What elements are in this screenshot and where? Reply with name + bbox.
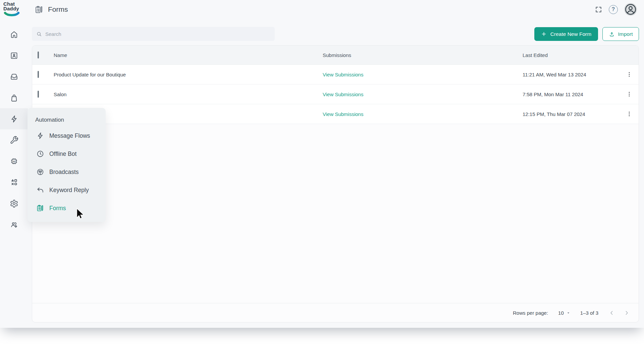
view-submissions-link[interactable]: View Submissions [323, 111, 363, 117]
shop-icon [10, 94, 18, 102]
next-page-icon[interactable] [624, 310, 630, 316]
fullscreen-icon[interactable] [595, 6, 602, 13]
sidebar-item-shop[interactable] [0, 87, 28, 108]
topbar-actions: ? [595, 0, 637, 19]
flyout-item-label: Keyword Reply [49, 187, 89, 194]
sidebar-item-integrations[interactable] [0, 172, 28, 193]
search-bar [32, 27, 275, 41]
create-new-form-button[interactable]: Create New Form [534, 27, 598, 41]
broadcasts-icon [36, 168, 44, 176]
form-name: Salon [54, 92, 66, 97]
flyout-item-message-flows[interactable]: Message Flows [28, 127, 106, 145]
chatdaddy-logo[interactable]: Chat Daddy [3, 2, 24, 17]
search-icon [36, 31, 42, 37]
logo-smile-icon [4, 12, 20, 17]
page-title: Forms [48, 5, 68, 13]
row-actions-kebab-icon[interactable] [626, 111, 633, 117]
import-label: Import [618, 31, 633, 37]
sidebar-item-home[interactable] [0, 24, 28, 45]
table-row[interactable]: View Submissions 12:15 PM, Thu Mar 07 20… [32, 104, 639, 124]
logo-text-line2: Daddy [3, 6, 24, 11]
top-bar: Chat Daddy Forms [0, 0, 644, 19]
page-header: Forms [35, 0, 68, 19]
table-row[interactable]: Salon View Submissions 7:58 PM, Mon Mar … [32, 84, 639, 104]
row-actions-kebab-icon[interactable] [626, 71, 633, 78]
form-name: Product Update for our Boutique [54, 72, 126, 77]
import-button[interactable]: Import [602, 27, 639, 41]
flyout-title: Automation [28, 113, 106, 127]
last-edited-value: 12:15 PM, Thu Mar 07 2024 [523, 111, 585, 117]
column-header-name: Name [54, 52, 67, 58]
column-header-submissions: Submissions [323, 52, 351, 58]
integrations-shapes-icon [10, 178, 18, 187]
pagination-bar: Rows per page: 10 1–3 of 3 [32, 303, 639, 322]
flyout-item-label: Forms [49, 205, 66, 212]
table-row[interactable]: Product Update for our Boutique View Sub… [32, 65, 639, 84]
sidebar-item-tools[interactable] [0, 129, 28, 150]
row-checkbox[interactable] [38, 91, 39, 98]
automation-lightning-icon [10, 115, 18, 123]
ai-chip-icon: AI [10, 157, 18, 166]
inbox-icon [10, 72, 18, 81]
forms-clipboard-icon [35, 5, 44, 14]
row-checkbox[interactable] [38, 71, 39, 78]
chevron-down-icon [567, 311, 570, 315]
page-range-label: 1–3 of 3 [580, 310, 598, 316]
offline-bot-clock-icon [36, 150, 44, 158]
rows-per-page-value: 10 [558, 310, 564, 316]
plus-icon [541, 31, 547, 37]
previous-page-icon[interactable] [608, 310, 615, 316]
last-edited-value: 11:21 AM, Wed Mar 13 2024 [523, 72, 586, 77]
search-input[interactable] [45, 31, 270, 37]
rows-per-page-select[interactable]: 10 [558, 310, 570, 316]
view-submissions-link[interactable]: View Submissions [323, 92, 363, 97]
flyout-item-label: Message Flows [49, 132, 90, 139]
forms-table-card: Name Submissions Last Edited Product Upd… [32, 45, 639, 322]
team-settings-icon [10, 220, 18, 229]
flyout-item-forms[interactable]: Forms [28, 199, 106, 217]
upload-icon [609, 31, 615, 37]
sidebar-item-team-settings[interactable] [0, 214, 28, 235]
select-all-checkbox[interactable] [38, 52, 39, 59]
settings-gear-icon [10, 199, 18, 208]
table-header-row: Name Submissions Last Edited [32, 46, 639, 65]
keyword-reply-icon [36, 186, 44, 194]
contacts-icon [10, 51, 18, 60]
flyout-item-label: Offline Bot [49, 150, 76, 158]
svg-text:AI: AI [13, 160, 15, 162]
sidebar-item-ai[interactable]: AI [0, 150, 28, 172]
help-icon[interactable]: ? [609, 5, 618, 14]
automation-flyout-menu: Automation Message Flows Offline Bot [28, 108, 106, 222]
tools-wrench-icon [10, 136, 18, 144]
rows-per-page-label: Rows per page: [513, 310, 548, 316]
flyout-item-label: Broadcasts [49, 169, 79, 176]
forms-clipboard-icon [36, 204, 44, 212]
sidebar-item-contacts[interactable] [0, 45, 28, 66]
app-window: Chat Daddy Forms [0, 0, 644, 328]
flyout-item-broadcasts[interactable]: Broadcasts [28, 163, 106, 181]
sidebar-item-automation[interactable] [0, 108, 28, 129]
sidebar-nav: AI [0, 19, 28, 328]
flyout-item-offline-bot[interactable]: Offline Bot [28, 145, 106, 163]
last-edited-value: 7:58 PM, Mon Mar 11 2024 [523, 92, 583, 97]
column-header-last-edited: Last Edited [523, 52, 548, 58]
user-avatar-icon[interactable] [624, 3, 637, 16]
flyout-item-keyword-reply[interactable]: Keyword Reply [28, 181, 106, 199]
home-icon [10, 30, 18, 39]
message-flows-lightning-icon [36, 132, 44, 140]
sidebar-item-settings[interactable] [0, 193, 28, 214]
create-new-form-label: Create New Form [550, 31, 591, 37]
row-actions-kebab-icon[interactable] [626, 91, 633, 98]
view-submissions-link[interactable]: View Submissions [323, 72, 363, 77]
sidebar-item-inbox[interactable] [0, 66, 28, 87]
